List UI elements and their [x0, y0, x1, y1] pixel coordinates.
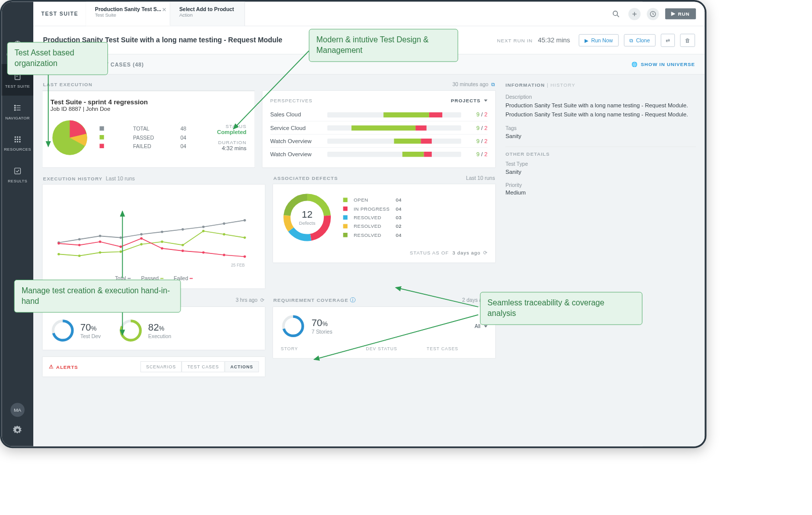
- section-coverage: REQUIREMENT COVERAGE: [273, 297, 349, 302]
- svg-rect-12: [19, 137, 21, 138]
- perspectives-filter[interactable]: PROJECTS: [451, 98, 487, 103]
- show-in-universe[interactable]: 🌐SHOW IN UNIVERSE: [631, 61, 695, 67]
- svg-point-53: [202, 251, 205, 254]
- sidebar-item-navigator[interactable]: NAVIGATOR: [2, 96, 33, 127]
- sidebar-item-label: NAVIGATOR: [2, 116, 33, 120]
- svg-point-43: [202, 230, 205, 232]
- svg-rect-13: [15, 139, 16, 140]
- last-execution-card: Test Suite - sprint 4 regression Job ID …: [42, 90, 255, 168]
- header: TEST SUITE Production Sanity Test S... T…: [33, 2, 705, 26]
- run-now-button[interactable]: ▶Run Now: [579, 34, 619, 46]
- sidebar-item-results[interactable]: RESULTS: [2, 159, 33, 190]
- refresh-icon[interactable]: ⟳: [260, 297, 265, 303]
- svg-point-42: [182, 244, 184, 246]
- info-information[interactable]: INFORMATION: [505, 83, 545, 88]
- perspective-row[interactable]: Watch Overview9 / 2: [270, 147, 488, 160]
- svg-point-31: [161, 231, 163, 233]
- svg-point-45: [244, 236, 246, 239]
- alert-icon: ⚠: [49, 364, 54, 369]
- tab-sub: Test Suite: [95, 12, 161, 17]
- svg-point-6: [15, 107, 16, 108]
- close-icon[interactable]: ✕: [162, 7, 167, 13]
- col-testcases: TEST CASES: [427, 346, 488, 351]
- section-exec-history: EXECUTION HISTORY: [43, 176, 102, 181]
- svg-point-39: [120, 250, 122, 253]
- breadcrumb: TEST SUITE: [33, 2, 86, 26]
- next-run-value: 45:32 mins: [538, 36, 570, 44]
- trash-icon: 🗑: [685, 37, 690, 43]
- donut-chart: 12 Defects: [281, 191, 333, 243]
- grid-icon: [12, 134, 23, 145]
- refresh-icon[interactable]: ⟳: [483, 250, 488, 255]
- delete-button[interactable]: 🗑: [680, 34, 695, 47]
- exec-history-card: 25 FEB Total ━ Passed ━ Failed ━: [42, 184, 266, 289]
- timestamp: 30 minutes ago: [452, 82, 488, 88]
- ring-chart: [50, 318, 75, 343]
- mini-tab[interactable]: ACTIONS: [224, 361, 259, 372]
- callout-manage: Manage test creation & execution hand-in…: [14, 280, 181, 312]
- svg-point-28: [99, 235, 101, 237]
- svg-point-8: [15, 109, 16, 110]
- svg-point-48: [99, 240, 101, 243]
- perspective-row[interactable]: Service Cloud9 / 2: [270, 121, 488, 134]
- tab-select-add[interactable]: Select Add to Product Action: [170, 2, 245, 26]
- clock-icon[interactable]: [647, 8, 659, 20]
- svg-point-38: [99, 251, 101, 254]
- section-perspectives: PERSPECTIVES: [270, 98, 313, 103]
- coverage-card: 70%7 Stories All STORY DEV STATUS TEST C…: [272, 306, 496, 359]
- info-icon[interactable]: ⓘ: [350, 296, 356, 303]
- svg-point-55: [244, 255, 246, 258]
- svg-point-32: [182, 228, 184, 231]
- svg-rect-3: [16, 76, 18, 77]
- svg-point-36: [57, 253, 60, 255]
- pie-chart: [50, 118, 89, 157]
- defect-count: 12: [302, 209, 312, 221]
- section-last-execution: LAST EXECUTION: [43, 82, 92, 87]
- perspective-row[interactable]: Watch Overview9 / 2: [270, 134, 488, 147]
- svg-point-46: [57, 242, 60, 245]
- svg-rect-11: [17, 137, 18, 138]
- pie-legend: TOTAL48 PASSED04 FAILED04: [99, 126, 206, 150]
- status-box: STATUS Completed DURATION 4:32 mins: [217, 123, 246, 152]
- perspective-row[interactable]: Sales Cloud9 / 2: [270, 108, 488, 121]
- exec-jobline: Job ID 8887 | John Doe: [50, 106, 247, 112]
- tab-title: Select Add to Product: [179, 6, 236, 12]
- tab-sub: Action: [179, 12, 236, 17]
- svg-point-52: [182, 249, 184, 252]
- content: LAST EXECUTION 30 minutes ago⧉ Test Suit…: [33, 75, 705, 446]
- search-icon[interactable]: [610, 8, 622, 20]
- svg-point-54: [223, 254, 225, 256]
- callout-asset: Test Asset based organization: [7, 42, 108, 75]
- svg-point-20: [613, 11, 618, 16]
- readiness-card: 70%Test Dev 82%Execution: [42, 306, 266, 350]
- settings-icon[interactable]: [13, 426, 22, 436]
- mini-tab[interactable]: SCENARIOS: [140, 361, 182, 372]
- sidebar-item-label: RESULTS: [2, 179, 33, 183]
- svg-point-40: [140, 243, 143, 245]
- sidebar-item-resources[interactable]: RESOURCES: [2, 127, 33, 159]
- avatar[interactable]: MA: [11, 403, 25, 417]
- open-external-icon[interactable]: ⧉: [491, 82, 495, 88]
- svg-point-30: [140, 233, 143, 236]
- callout-design: Modern & intutive Test Design & Manageme…: [309, 29, 458, 61]
- tags-label: Tags: [505, 125, 696, 132]
- svg-rect-10: [15, 137, 16, 138]
- svg-point-27: [78, 238, 81, 240]
- clone-button[interactable]: ⧉Clone: [624, 34, 656, 46]
- run-button[interactable]: ▶RUN: [665, 9, 696, 20]
- mini-tab[interactable]: TEST CASES: [182, 361, 224, 372]
- svg-point-35: [244, 219, 246, 222]
- chevron-down-icon: [484, 325, 488, 327]
- next-run-label: NEXT RUN IN: [497, 37, 533, 42]
- info-history[interactable]: HISTORY: [550, 83, 575, 88]
- svg-point-33: [202, 226, 205, 228]
- desc-value: Production Sanity Test Suite with a long…: [505, 101, 696, 118]
- tab-production-sanity[interactable]: Production Sanity Test S... Test Suite ✕: [86, 2, 170, 26]
- svg-point-34: [223, 222, 225, 225]
- svg-rect-16: [15, 141, 16, 143]
- svg-text:25 FEB: 25 FEB: [231, 263, 245, 268]
- svg-line-21: [617, 15, 619, 17]
- copy-icon: ⧉: [629, 37, 633, 43]
- swap-button[interactable]: ⇄: [661, 34, 675, 47]
- add-icon[interactable]: [628, 8, 641, 20]
